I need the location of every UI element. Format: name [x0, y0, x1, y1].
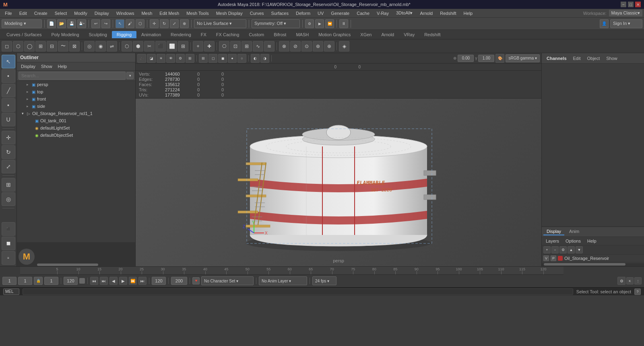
shading-menu-btn[interactable]: ◪ [147, 54, 156, 63]
menu-vray[interactable]: V-Ray [374, 10, 392, 16]
signin-icon[interactable]: 👤 [600, 19, 609, 28]
auto-key-btn[interactable]: K [626, 277, 634, 284]
tab-rigging[interactable]: Rigging [112, 31, 136, 38]
goto-end-btn[interactable]: ⏭ [138, 277, 147, 285]
help-menu[interactable]: Help [585, 238, 599, 244]
vp-shade-wire-btn[interactable]: ◼ [218, 54, 227, 63]
menu-display[interactable]: Display [91, 10, 112, 16]
layer-visible-toggle[interactable]: V [543, 255, 549, 261]
tab-rendering[interactable]: Rendering [166, 31, 196, 38]
undo-btn[interactable]: ↩ [91, 19, 100, 28]
wire-btn[interactable]: ≋ [264, 41, 275, 51]
snap-curve-btn[interactable]: 〜 [58, 41, 68, 51]
render-settings-btn[interactable]: ⚙ [305, 19, 314, 28]
cross-btn[interactable]: ✚ [204, 41, 215, 51]
menu-edit[interactable]: Edit [16, 10, 30, 16]
outliner-scrollbar-thumb[interactable] [37, 264, 98, 266]
menu-select[interactable]: Select [52, 10, 70, 16]
set-preferred-btn[interactable]: ⊛ [313, 41, 323, 51]
soft-sel-btn[interactable]: ◎ [2, 192, 15, 206]
show-menu-btn[interactable]: 👁 [166, 54, 175, 63]
current-frame-input2[interactable] [44, 277, 58, 285]
timeline-ruler[interactable]: 5101520253035404550556065707580859095100… [20, 267, 564, 275]
tree-item-obj-set[interactable]: ◉ defaultObjectSet [17, 132, 135, 139]
tree-item-top[interactable]: ▸ ▣ top [17, 88, 135, 95]
menu-windows[interactable]: Windows [113, 10, 138, 16]
script-editor-btn[interactable]: ≡ [2, 251, 15, 265]
status-help-btn[interactable]: ? [634, 288, 641, 295]
menu-3dtoall[interactable]: 3DtoAll▾ [393, 10, 416, 16]
ik-spline-btn[interactable]: ⊙ [301, 41, 312, 51]
no-character-dropdown[interactable]: No Character Set ▾ [201, 276, 254, 285]
bevel-btn[interactable]: ⬛ [155, 41, 166, 51]
plus-btn[interactable]: + [193, 41, 203, 51]
vp-wireframe-btn[interactable]: ◻ [208, 54, 217, 63]
tree-item-oil-root[interactable]: ▾ ▷ Oil_Storage_Reservoir_ncl1_1 [17, 110, 135, 117]
menu-redshift[interactable]: Redshift [437, 10, 459, 16]
outliner-display-menu[interactable]: Display [19, 63, 38, 70]
rotate-tool-btn[interactable]: ↻ [160, 19, 169, 28]
channels-tab[interactable]: Channels [545, 55, 568, 62]
menu-mesh-tools[interactable]: Mesh Tools [183, 10, 212, 16]
layers-scrollbar[interactable] [542, 263, 644, 266]
options-menu[interactable]: Options [563, 238, 583, 244]
layer-options-btn[interactable]: ⚙ [559, 246, 567, 253]
snap-obj-btn[interactable]: ⊞ [35, 41, 46, 51]
wrap-btn[interactable]: ⊞ [242, 41, 252, 51]
extrude-btn[interactable]: ⬡ [122, 41, 132, 51]
move-btn[interactable]: ✛ [2, 131, 15, 144]
layer-del-btn[interactable]: − [551, 246, 559, 253]
nonlinear-btn[interactable]: ∿ [253, 41, 263, 51]
vp-isolate-btn[interactable]: ◐ [251, 54, 260, 63]
menu-arnold[interactable]: Arnold [417, 10, 436, 16]
tab-fx[interactable]: FX [196, 31, 211, 38]
uv-mode-btn[interactable]: U [2, 113, 15, 126]
menu-help[interactable]: Help [460, 10, 476, 16]
no-anim-layer-dropdown[interactable]: No Anim Layer ▾ [259, 276, 307, 285]
snap-surface-btn[interactable]: ⊠ [69, 41, 80, 51]
deform-btn[interactable]: ⎔ [219, 41, 229, 51]
goto-start-btn[interactable]: ⏮ [90, 277, 98, 285]
edge-mode-btn[interactable]: ╱ [2, 84, 15, 97]
command-input[interactable] [23, 288, 573, 295]
scale-tool-btn[interactable]: ⤢ [170, 19, 179, 28]
layers-menu[interactable]: Layers [543, 238, 561, 244]
tab-redshift[interactable]: Redshift [419, 31, 445, 38]
ik-btn[interactable]: ⊘ [290, 41, 301, 51]
tree-item-side[interactable]: ▸ ▣ side [17, 103, 135, 110]
next-key-btn[interactable]: ⏩ [129, 277, 137, 285]
menu-cache[interactable]: Cache [353, 10, 373, 16]
lattice-btn[interactable]: ⊡ [230, 41, 241, 51]
tl-more-btn[interactable]: ⋮ [634, 277, 642, 284]
tree-item-persp[interactable]: ▸ ▣ persp [17, 81, 135, 88]
layer-playback-toggle[interactable]: P [551, 255, 556, 261]
select-tool-btn[interactable]: ↖ [116, 19, 124, 28]
lighting-menu-btn[interactable]: ☀ [157, 54, 165, 63]
tab-custom[interactable]: Custom [244, 31, 269, 38]
end-anim-input[interactable] [152, 277, 166, 285]
close-button[interactable]: ✕ [635, 2, 641, 7]
tab-motion-graphics[interactable]: Motion Graphics [314, 31, 355, 38]
menu-surfaces[interactable]: Surfaces [268, 10, 292, 16]
object-tab[interactable]: Object [585, 55, 601, 62]
move-tool-btn[interactable]: ✛ [150, 19, 159, 28]
select-marquee-btn[interactable]: ◻ [2, 41, 12, 51]
tab-mash[interactable]: MASH [291, 31, 314, 38]
ipr-render-btn[interactable]: ⏩ [325, 19, 334, 28]
camera-select-btn[interactable]: 🎥 [137, 54, 146, 63]
live-surface-dropdown[interactable]: No Live Surface ▾ [194, 19, 246, 28]
save-as-btn[interactable]: 💾+ [77, 19, 86, 28]
tree-item-front[interactable]: ▸ ▣ front [17, 95, 135, 103]
renderer-menu-btn[interactable]: ⚙ [176, 54, 185, 63]
menu-modify[interactable]: Modify [71, 10, 90, 16]
universal-tool-btn[interactable]: ⊕ [180, 19, 189, 28]
snap-btn[interactable]: ⊞ [2, 178, 15, 192]
frame-lock-btn[interactable]: 🔒 [34, 277, 43, 285]
symmetry-dropdown[interactable]: Symmetry: Off ▾ [252, 19, 300, 28]
scale-btn[interactable]: ⤢ [2, 160, 15, 173]
start-frame-input[interactable] [2, 277, 17, 285]
fps-dropdown[interactable]: 24 fps ▾ [312, 276, 336, 285]
menu-deform[interactable]: Deform [293, 10, 314, 16]
save-file-btn[interactable]: 💾 [67, 19, 76, 28]
viewport-canvas[interactable]: FLAMMABLE 107 2220 [136, 99, 541, 266]
